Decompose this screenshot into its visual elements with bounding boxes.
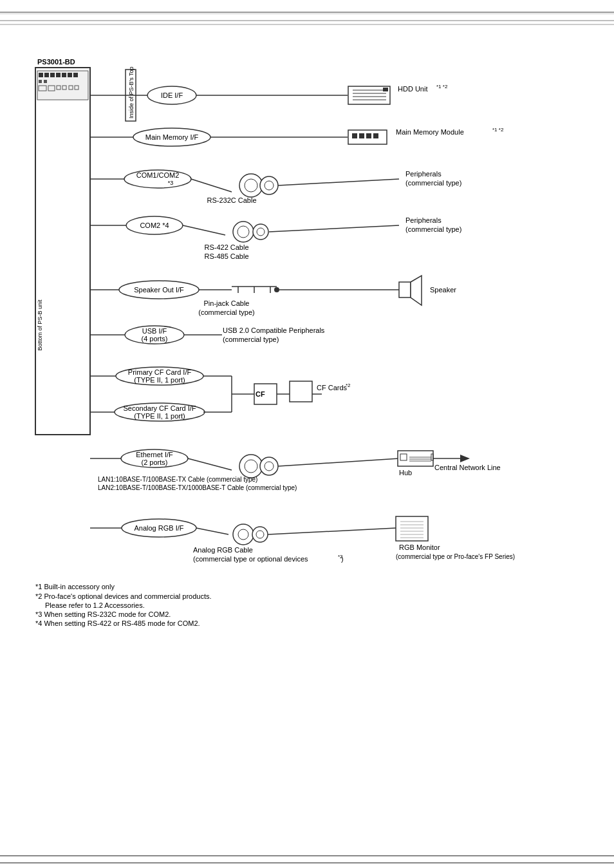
main-diagram: Inside of PS-B's Top Bottom of PS-B unit…: [0, 19, 614, 844]
svg-rect-40: [359, 133, 364, 138]
svg-point-138: [238, 529, 248, 540]
svg-text:HDD Unit: HDD Unit: [398, 85, 427, 93]
svg-line-61: [183, 225, 225, 235]
svg-text:Main Memory Module: Main Memory Module: [396, 128, 464, 136]
svg-text:(commercial type): (commercial type): [405, 179, 461, 187]
svg-line-66: [269, 225, 399, 232]
page-border-top: [0, 12, 614, 14]
svg-text:Peripherals: Peripherals: [405, 216, 442, 224]
svg-text:Bottom of PS-B unit: Bottom of PS-B unit: [37, 299, 43, 351]
svg-text:*2 Pro-face's optional devices: *2 Pro-face's optional devices and comme…: [35, 592, 212, 600]
svg-text:(commercial type): (commercial type): [405, 225, 461, 233]
svg-text:CF: CF: [256, 390, 265, 398]
svg-text:RS-422 Cable: RS-422 Cable: [204, 243, 248, 251]
svg-text:RGB Monitor: RGB Monitor: [399, 543, 440, 551]
svg-text:Hub: Hub: [399, 469, 412, 476]
svg-rect-9: [50, 73, 55, 77]
svg-point-79: [274, 287, 279, 292]
svg-text:(4 ports): (4 ports): [142, 335, 168, 343]
svg-text:): ): [341, 555, 344, 563]
svg-rect-7: [39, 73, 43, 77]
svg-text:(commercial type or optional d: (commercial type or optional devices: [193, 555, 308, 563]
svg-text:(commercial type): (commercial type): [223, 335, 279, 343]
svg-text:Main Memory I/F: Main Memory I/F: [145, 133, 199, 141]
svg-point-117: [245, 460, 257, 473]
svg-point-65: [257, 228, 265, 236]
svg-line-49: [191, 179, 232, 192]
svg-text:Peripherals: Peripherals: [405, 170, 442, 178]
svg-text:LAN2:10BASE-T/100BASE-TX/1000B: LAN2:10BASE-T/100BASE-TX/1000BASE-T Cabl…: [98, 484, 297, 491]
svg-line-141: [268, 528, 396, 534]
svg-point-119: [265, 462, 274, 471]
svg-text:COM2 *4: COM2 *4: [140, 222, 169, 229]
svg-text:Inside of PS-B's Top: Inside of PS-B's Top: [128, 66, 135, 118]
svg-text:Primary CF Card I/F: Primary CF Card I/F: [128, 368, 192, 376]
svg-text:COM1/COM2: COM1/COM2: [136, 171, 180, 179]
svg-rect-14: [39, 80, 42, 83]
svg-text:Analog RGB Cable: Analog RGB Cable: [193, 546, 253, 554]
svg-text:*1 *2: *1 *2: [492, 127, 504, 133]
svg-text:*4 When setting RS-422 or RS-4: *4 When setting RS-422 or RS-485 mode fo…: [35, 619, 200, 627]
svg-rect-41: [366, 133, 371, 138]
svg-rect-39: [352, 133, 357, 138]
svg-text:Pin-jack Cable: Pin-jack Cable: [204, 299, 250, 307]
svg-rect-83: [399, 282, 411, 297]
svg-point-63: [237, 226, 249, 238]
svg-marker-131: [460, 455, 470, 462]
svg-rect-8: [44, 73, 49, 77]
svg-text:*1 Built-in accessory only: *1 Built-in accessory only: [35, 583, 115, 590]
svg-text:Central Network Line: Central Network Line: [434, 464, 501, 471]
svg-text:*1 *2: *1 *2: [436, 84, 448, 90]
svg-rect-15: [44, 80, 47, 83]
svg-point-140: [256, 531, 264, 538]
svg-rect-123: [398, 451, 433, 466]
ps-model-label: PS3001-BD: [37, 58, 75, 66]
svg-rect-108: [290, 381, 312, 402]
page-border-bottom: [0, 855, 614, 856]
svg-text:USB I/F: USB I/F: [142, 327, 167, 335]
svg-point-51: [245, 179, 257, 192]
svg-text:*3 When setting RS-232C mode f: *3 When setting RS-232C mode for COM2.: [35, 610, 171, 618]
svg-text:Speaker: Speaker: [430, 286, 456, 294]
svg-text:Ethernet I/F: Ethernet I/F: [136, 451, 173, 458]
svg-text:RS-232C Cable: RS-232C Cable: [207, 196, 256, 204]
svg-text:Secondary CF Card I/F: Secondary CF Card I/F: [123, 404, 196, 412]
svg-text:*2: *2: [346, 382, 351, 388]
svg-text:Please refer to 1.2 Accessorie: Please refer to 1.2 Accessories.: [45, 601, 145, 609]
svg-text:Speaker Out I/F: Speaker Out I/F: [134, 286, 184, 294]
svg-marker-84: [411, 276, 422, 305]
svg-text:RS-485 Cable: RS-485 Cable: [204, 252, 248, 260]
svg-line-115: [188, 458, 232, 470]
svg-text:*3: *3: [168, 180, 174, 186]
svg-text:LAN1:10BASE-T/100BASE-TX Cable: LAN1:10BASE-T/100BASE-TX Cable (commerci…: [98, 476, 257, 483]
svg-text:Analog RGB I/F: Analog RGB I/F: [134, 524, 183, 532]
svg-line-120: [278, 458, 399, 466]
svg-rect-13: [73, 73, 78, 77]
svg-line-54: [278, 179, 399, 185]
svg-text:(commercial type or Pro-face's: (commercial type or Pro-face's FP Series…: [396, 553, 515, 560]
svg-text:IDE I/F: IDE I/F: [161, 91, 183, 99]
svg-rect-31: [383, 88, 388, 91]
svg-text:(TYPE II, 1 port): (TYPE II, 1 port): [134, 412, 185, 420]
svg-text:(commercial type): (commercial type): [198, 308, 254, 316]
svg-text:USB 2.0 Compatible Peripherals: USB 2.0 Compatible Peripherals: [223, 326, 325, 334]
svg-rect-42: [373, 133, 378, 138]
svg-text:(2 ports): (2 ports): [142, 458, 168, 466]
svg-rect-2: [35, 68, 90, 435]
svg-line-136: [196, 528, 228, 534]
svg-rect-11: [62, 73, 66, 77]
svg-rect-146: [396, 516, 428, 541]
svg-rect-12: [68, 73, 72, 77]
svg-text:CF Cards: CF Cards: [317, 384, 348, 392]
svg-point-53: [265, 181, 274, 190]
svg-text:(TYPE II, 1 port): (TYPE II, 1 port): [134, 376, 185, 384]
svg-rect-10: [56, 73, 60, 77]
